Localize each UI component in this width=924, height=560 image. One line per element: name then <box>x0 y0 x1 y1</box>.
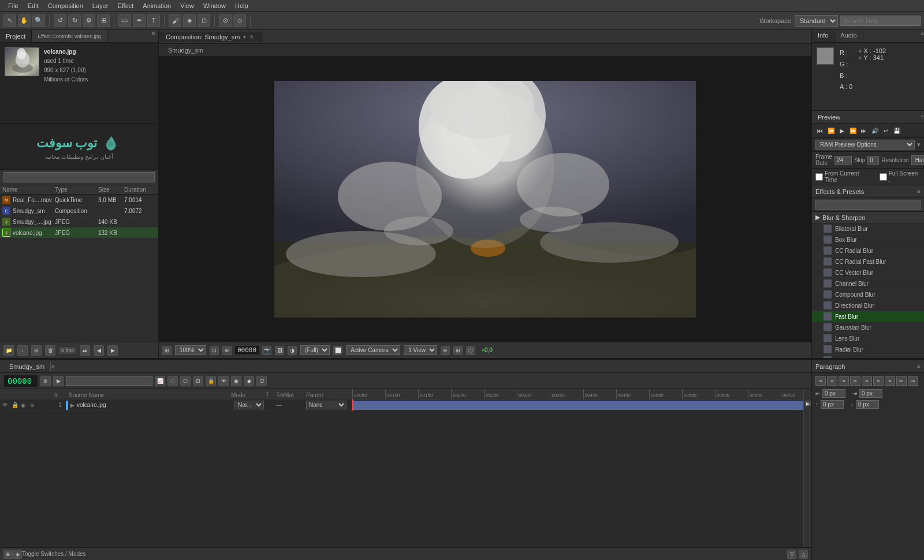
tab-effect-controls[interactable]: Effect Controls: volcano.jpg <box>32 30 107 42</box>
menu-view[interactable]: View <box>176 1 199 10</box>
prev-last-btn[interactable]: ⏭ <box>859 126 869 135</box>
from-current-time-checkbox[interactable] <box>815 173 823 181</box>
tl-zoom-in-btn[interactable]: △ <box>799 550 808 559</box>
file-row[interactable]: MReal_Fo....movQuickTime3,0 MB7:0014 <box>0 195 158 206</box>
tool-text[interactable]: T <box>147 14 160 27</box>
menu-composition[interactable]: Composition <box>43 1 88 10</box>
workspace-select[interactable]: Standard <box>795 15 838 27</box>
prev-first-btn[interactable]: ⏮ <box>815 126 825 135</box>
para-tab-label[interactable]: Paragraph <box>815 363 845 370</box>
tool-pen[interactable]: ✒ <box>133 14 146 27</box>
delete-item-btn[interactable]: 🗑 <box>45 345 55 356</box>
tool-rect[interactable]: ▭ <box>118 14 131 27</box>
tool-hand[interactable]: ✋ <box>18 14 31 27</box>
tool-settings[interactable]: ⚙ <box>83 14 95 27</box>
tool-pin[interactable]: ◇ <box>233 14 246 27</box>
comp-tab-close[interactable]: ▾ <box>243 34 246 40</box>
tool-zoom[interactable]: 🔍 <box>32 14 45 27</box>
effect-item-box-blur[interactable]: Box Blur <box>812 234 924 245</box>
tl-search-input[interactable] <box>66 376 152 386</box>
align-justify-all-btn[interactable]: ≡ <box>885 376 895 386</box>
import-btn[interactable]: ↓ <box>17 345 28 356</box>
tool-roto[interactable]: ⊙ <box>219 14 232 27</box>
tool-stamp[interactable]: ◈ <box>183 14 196 27</box>
effect-category-blur-sharpen[interactable]: ▶Blur & Sharpen <box>812 212 924 223</box>
transparency-btn[interactable]: ⬜ <box>333 346 342 355</box>
tl-expand-right-btn[interactable]: ▶ <box>805 401 811 406</box>
show-snapshot-btn[interactable]: 🖼 <box>275 346 284 355</box>
menu-help[interactable]: Help <box>230 1 253 10</box>
fit-btn[interactable]: ⊡ <box>210 346 219 355</box>
resolution-select[interactable]: Half <box>911 155 924 165</box>
tl-draft-btn[interactable]: ⊡ <box>193 376 203 386</box>
tl-lock-btn[interactable]: 🔒 <box>206 376 216 386</box>
timeline-ruler[interactable]: 0005000100001500020000250003000035000400… <box>352 389 803 400</box>
layer-expand-arrow[interactable]: ▶ <box>70 402 74 408</box>
effect-item-cc-radial-blur[interactable]: CC Radial Blur <box>812 245 924 256</box>
tl-bottom-btn2[interactable]: ◈ <box>13 550 22 559</box>
timecode-display[interactable]: 00000 <box>3 375 38 387</box>
rtl-btn[interactable]: ⇐ <box>896 376 907 386</box>
file-row[interactable]: Jvolcano.jpgJPEG132 KB <box>0 227 158 238</box>
layer-controls-btn[interactable]: ⊕ <box>441 346 450 355</box>
full-screen-checkbox[interactable] <box>880 173 887 181</box>
effect-item-radial-blur[interactable]: Radial Blur <box>812 344 924 355</box>
comp-viewer[interactable] <box>159 57 811 342</box>
menu-layer[interactable]: Layer <box>88 1 113 10</box>
search-input[interactable] <box>840 16 921 26</box>
tl-motion-blur-btn[interactable]: ◌ <box>167 376 178 386</box>
effect-item-reduce-interlace-flicker[interactable]: Reduce Interlace Flicker <box>812 355 924 358</box>
prev-next-btn[interactable]: ⏩ <box>848 126 858 135</box>
tl-shy-btn[interactable]: 👁 <box>218 376 229 386</box>
skip-input[interactable] <box>867 156 879 165</box>
timeline-playhead[interactable] <box>352 400 353 410</box>
3d-view-btn[interactable]: ⬡ <box>466 346 475 355</box>
menu-edit[interactable]: Edit <box>23 1 43 10</box>
tl-render-btn[interactable]: ⊛ <box>40 376 51 386</box>
space-before-input[interactable] <box>821 400 844 409</box>
menu-window[interactable]: Window <box>199 1 230 10</box>
effect-item-bilateral-blur[interactable]: Bilateral Blur <box>812 223 924 234</box>
layer-timeline-bar-area[interactable] <box>352 400 803 410</box>
align-right-btn[interactable]: ≡ <box>839 376 849 386</box>
effect-item-gaussian-blur[interactable]: Gaussian Blur <box>812 322 924 333</box>
tl-tab-smudgy[interactable]: Smudgy_sm <box>3 362 51 371</box>
full-screen-check[interactable]: Full Screen . <box>880 170 921 183</box>
align-center-btn[interactable]: ≡ <box>827 376 837 386</box>
tl-bottom-btn1[interactable]: ⊕ <box>3 550 13 559</box>
tl-tab-close[interactable]: ✕ <box>51 364 55 369</box>
indent-left-input[interactable] <box>822 389 845 398</box>
effect-item-compound-blur[interactable]: Compound Blur <box>812 289 924 300</box>
tool-select[interactable]: ↖ <box>3 14 16 27</box>
layer-visibility-btn[interactable]: 👁 <box>2 402 10 408</box>
new-comp-btn[interactable]: ⊞ <box>31 345 42 356</box>
layer-solo-btn[interactable]: ◉ <box>21 402 29 408</box>
info-expand-btn[interactable]: ≡ <box>921 30 924 42</box>
zoom-select[interactable]: 100% <box>175 345 206 355</box>
prev-ram-btn[interactable]: 💾 <box>892 126 901 135</box>
toggle-switches-label[interactable]: Toggle Switches / Modes <box>22 551 86 557</box>
grid-toggle-btn[interactable]: ⊞ <box>162 346 172 355</box>
quality-select[interactable]: (Full) <box>300 345 330 355</box>
pixel-aspect-btn[interactable]: ⊞ <box>453 346 463 355</box>
effects-expand-btn[interactable]: ≡ <box>917 188 921 195</box>
new-folder-btn[interactable]: 📁 <box>3 345 14 356</box>
preview-expand-btn[interactable]: ≡ <box>921 114 924 120</box>
comp-tab-x[interactable]: ✕ <box>249 34 254 40</box>
prev-loop-btn[interactable]: ↩ <box>881 126 891 135</box>
effects-search-input[interactable] <box>815 200 921 210</box>
comp-tab-main[interactable]: Composition: Smudgy_sm ▾ ✕ <box>159 32 262 42</box>
tl-solo-btn[interactable]: ◉ <box>231 376 241 386</box>
menu-effect[interactable]: Effect <box>113 1 138 10</box>
prev-play-btn[interactable]: ▶ <box>837 126 847 135</box>
prev-prev-btn[interactable]: ⏪ <box>826 126 836 135</box>
tl-time-remap-btn[interactable]: ⏱ <box>256 376 267 386</box>
space-after-input[interactable] <box>856 400 879 409</box>
ltr-btn[interactable]: ⇒ <box>908 376 918 386</box>
from-current-time-check[interactable]: From Current Time <box>815 170 873 183</box>
inner-tab-smudgy[interactable]: Smudgy_sm <box>163 46 208 55</box>
next-btn[interactable]: ▶ <box>107 345 118 356</box>
align-justify-right-btn[interactable]: ≡ <box>862 376 872 386</box>
menu-animation[interactable]: Animation <box>138 1 176 10</box>
view-select[interactable]: 1 View <box>404 345 437 355</box>
